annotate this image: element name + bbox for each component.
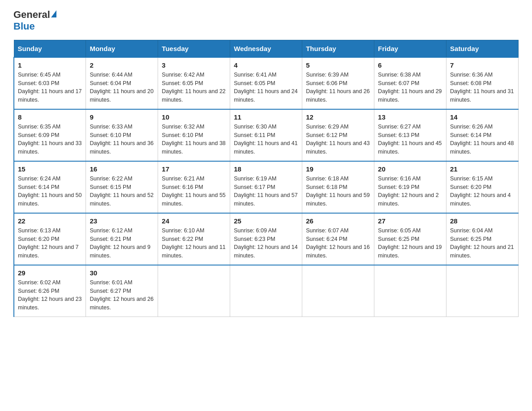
day-info: Sunrise: 6:05 AMSunset: 6:25 PMDaylight:… xyxy=(378,227,442,259)
logo-blue: Blue xyxy=(13,21,35,32)
day-info: Sunrise: 6:04 AMSunset: 6:25 PMDaylight:… xyxy=(450,227,514,259)
calendar-cell: 22 Sunrise: 6:13 AMSunset: 6:20 PMDaylig… xyxy=(14,213,86,265)
calendar-cell: 17 Sunrise: 6:21 AMSunset: 6:16 PMDaylig… xyxy=(158,161,230,213)
day-info: Sunrise: 6:29 AMSunset: 6:12 PMDaylight:… xyxy=(306,124,369,155)
day-info: Sunrise: 6:12 AMSunset: 6:21 PMDaylight:… xyxy=(90,227,150,259)
day-info: Sunrise: 6:44 AMSunset: 6:04 PMDaylight:… xyxy=(90,72,153,103)
day-number: 1 xyxy=(18,61,82,69)
day-info: Sunrise: 6:10 AMSunset: 6:22 PMDaylight:… xyxy=(162,227,225,259)
page-header: General Blue xyxy=(13,9,519,33)
calendar-cell: 2 Sunrise: 6:44 AMSunset: 6:04 PMDayligh… xyxy=(86,57,158,109)
calendar-cell xyxy=(374,265,446,317)
day-number: 28 xyxy=(450,217,515,225)
calendar-table: SundayMondayTuesdayWednesdayThursdayFrid… xyxy=(13,40,519,317)
calendar-cell: 21 Sunrise: 6:15 AMSunset: 6:20 PMDaylig… xyxy=(446,161,519,213)
day-number: 4 xyxy=(234,61,298,69)
calendar-cell: 18 Sunrise: 6:19 AMSunset: 6:17 PMDaylig… xyxy=(230,161,302,213)
logo-general: General xyxy=(13,9,50,20)
day-info: Sunrise: 6:42 AMSunset: 6:05 PMDaylight:… xyxy=(162,72,225,103)
calendar-cell: 25 Sunrise: 6:09 AMSunset: 6:23 PMDaylig… xyxy=(230,213,302,265)
day-info: Sunrise: 6:21 AMSunset: 6:16 PMDaylight:… xyxy=(162,176,225,207)
calendar-cell: 20 Sunrise: 6:16 AMSunset: 6:19 PMDaylig… xyxy=(374,161,446,213)
calendar-cell: 15 Sunrise: 6:24 AMSunset: 6:14 PMDaylig… xyxy=(14,161,86,213)
day-number: 29 xyxy=(18,269,82,277)
day-header-wednesday: Wednesday xyxy=(230,40,302,57)
calendar-cell: 1 Sunrise: 6:45 AMSunset: 6:03 PMDayligh… xyxy=(14,57,86,109)
calendar-cell: 26 Sunrise: 6:07 AMSunset: 6:24 PMDaylig… xyxy=(302,213,374,265)
calendar-cell: 9 Sunrise: 6:33 AMSunset: 6:10 PMDayligh… xyxy=(86,109,158,161)
day-number: 17 xyxy=(162,165,226,173)
day-info: Sunrise: 6:30 AMSunset: 6:11 PMDaylight:… xyxy=(234,124,297,155)
calendar-cell: 27 Sunrise: 6:05 AMSunset: 6:25 PMDaylig… xyxy=(374,213,446,265)
day-number: 18 xyxy=(234,165,298,173)
calendar-cell: 16 Sunrise: 6:22 AMSunset: 6:15 PMDaylig… xyxy=(86,161,158,213)
day-header-friday: Friday xyxy=(374,40,446,57)
day-info: Sunrise: 6:45 AMSunset: 6:03 PMDaylight:… xyxy=(18,72,82,103)
calendar-cell: 8 Sunrise: 6:35 AMSunset: 6:09 PMDayligh… xyxy=(14,109,86,161)
week-row-1: 1 Sunrise: 6:45 AMSunset: 6:03 PMDayligh… xyxy=(14,57,519,109)
day-info: Sunrise: 6:27 AMSunset: 6:13 PMDaylight:… xyxy=(378,124,442,155)
week-row-2: 8 Sunrise: 6:35 AMSunset: 6:09 PMDayligh… xyxy=(14,109,519,161)
day-info: Sunrise: 6:13 AMSunset: 6:20 PMDaylight:… xyxy=(18,227,79,259)
logo: General Blue xyxy=(13,9,56,33)
calendar-cell: 10 Sunrise: 6:32 AMSunset: 6:10 PMDaylig… xyxy=(158,109,230,161)
calendar-cell: 7 Sunrise: 6:36 AMSunset: 6:08 PMDayligh… xyxy=(446,57,519,109)
day-header-thursday: Thursday xyxy=(302,40,374,57)
day-number: 3 xyxy=(162,61,226,69)
week-row-3: 15 Sunrise: 6:24 AMSunset: 6:14 PMDaylig… xyxy=(14,161,519,213)
day-number: 27 xyxy=(378,217,442,225)
calendar-cell xyxy=(158,265,230,317)
day-info: Sunrise: 6:09 AMSunset: 6:23 PMDaylight:… xyxy=(234,227,297,259)
week-row-5: 29 Sunrise: 6:02 AMSunset: 6:26 PMDaylig… xyxy=(14,265,519,317)
calendar-cell: 3 Sunrise: 6:42 AMSunset: 6:05 PMDayligh… xyxy=(158,57,230,109)
day-info: Sunrise: 6:16 AMSunset: 6:19 PMDaylight:… xyxy=(378,176,439,207)
day-header-saturday: Saturday xyxy=(446,40,519,57)
calendar-cell: 28 Sunrise: 6:04 AMSunset: 6:25 PMDaylig… xyxy=(446,213,519,265)
day-header-sunday: Sunday xyxy=(14,40,86,57)
day-number: 7 xyxy=(450,61,515,69)
day-number: 15 xyxy=(18,165,82,173)
day-number: 22 xyxy=(18,217,82,225)
calendar-cell: 6 Sunrise: 6:38 AMSunset: 6:07 PMDayligh… xyxy=(374,57,446,109)
day-number: 14 xyxy=(450,113,515,121)
day-header-monday: Monday xyxy=(86,40,158,57)
week-row-4: 22 Sunrise: 6:13 AMSunset: 6:20 PMDaylig… xyxy=(14,213,519,265)
day-info: Sunrise: 6:02 AMSunset: 6:26 PMDaylight:… xyxy=(18,279,82,311)
day-info: Sunrise: 6:41 AMSunset: 6:05 PMDaylight:… xyxy=(234,72,297,103)
calendar-cell: 11 Sunrise: 6:30 AMSunset: 6:11 PMDaylig… xyxy=(230,109,302,161)
day-info: Sunrise: 6:01 AMSunset: 6:27 PMDaylight:… xyxy=(90,279,153,311)
calendar-cell: 23 Sunrise: 6:12 AMSunset: 6:21 PMDaylig… xyxy=(86,213,158,265)
calendar-cell xyxy=(302,265,374,317)
day-info: Sunrise: 6:15 AMSunset: 6:20 PMDaylight:… xyxy=(450,176,511,207)
day-number: 11 xyxy=(234,113,298,121)
day-number: 5 xyxy=(306,61,370,69)
calendar-cell: 19 Sunrise: 6:18 AMSunset: 6:18 PMDaylig… xyxy=(302,161,374,213)
calendar-cell: 5 Sunrise: 6:39 AMSunset: 6:06 PMDayligh… xyxy=(302,57,374,109)
day-number: 12 xyxy=(306,113,370,121)
day-number: 19 xyxy=(306,165,370,173)
day-number: 16 xyxy=(90,165,154,173)
day-info: Sunrise: 6:39 AMSunset: 6:06 PMDaylight:… xyxy=(306,72,369,103)
day-header-tuesday: Tuesday xyxy=(158,40,230,57)
day-number: 30 xyxy=(90,269,154,277)
calendar-cell: 24 Sunrise: 6:10 AMSunset: 6:22 PMDaylig… xyxy=(158,213,230,265)
day-number: 10 xyxy=(162,113,226,121)
day-number: 13 xyxy=(378,113,442,121)
calendar-cell: 30 Sunrise: 6:01 AMSunset: 6:27 PMDaylig… xyxy=(86,265,158,317)
day-number: 8 xyxy=(18,113,82,121)
logo-text: General Blue xyxy=(13,9,56,33)
day-info: Sunrise: 6:24 AMSunset: 6:14 PMDaylight:… xyxy=(18,176,82,207)
day-number: 6 xyxy=(378,61,442,69)
day-info: Sunrise: 6:07 AMSunset: 6:24 PMDaylight:… xyxy=(306,227,369,259)
day-info: Sunrise: 6:33 AMSunset: 6:10 PMDaylight:… xyxy=(90,124,153,155)
calendar-cell: 29 Sunrise: 6:02 AMSunset: 6:26 PMDaylig… xyxy=(14,265,86,317)
day-number: 9 xyxy=(90,113,154,121)
day-info: Sunrise: 6:36 AMSunset: 6:08 PMDaylight:… xyxy=(450,72,514,103)
calendar-cell: 12 Sunrise: 6:29 AMSunset: 6:12 PMDaylig… xyxy=(302,109,374,161)
day-number: 26 xyxy=(306,217,370,225)
calendar-cell: 13 Sunrise: 6:27 AMSunset: 6:13 PMDaylig… xyxy=(374,109,446,161)
calendar-cell xyxy=(446,265,519,317)
day-info: Sunrise: 6:18 AMSunset: 6:18 PMDaylight:… xyxy=(306,176,369,207)
day-number: 21 xyxy=(450,165,515,173)
calendar-cell: 14 Sunrise: 6:26 AMSunset: 6:14 PMDaylig… xyxy=(446,109,519,161)
